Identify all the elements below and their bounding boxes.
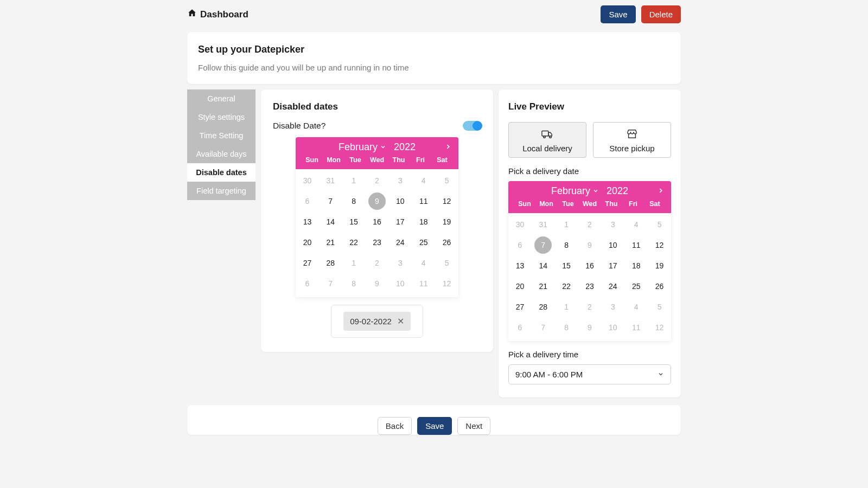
sidebar-tab-available-days[interactable]: Available days xyxy=(187,145,256,163)
preview-cal-day[interactable]: 19 xyxy=(648,255,671,276)
preview-cal-day[interactable]: 18 xyxy=(624,255,648,276)
disabled-cal-month-select[interactable]: February xyxy=(339,142,386,153)
disabled-cal-day[interactable]: 12 xyxy=(435,191,458,211)
disabled-cal-day[interactable]: 10 xyxy=(388,273,412,294)
preview-cal-day[interactable]: 10 xyxy=(601,235,624,255)
preview-cal-day[interactable]: 1 xyxy=(555,214,578,235)
disabled-cal-day[interactable]: 21 xyxy=(319,232,342,253)
sidebar-tab-field-targeting[interactable]: Field targeting xyxy=(187,182,256,200)
preview-cal-day[interactable]: 31 xyxy=(532,214,555,235)
preview-cal-day[interactable]: 5 xyxy=(648,297,671,317)
preview-cal-day[interactable]: 6 xyxy=(508,235,532,255)
disable-date-toggle[interactable] xyxy=(463,121,481,131)
preview-cal-day[interactable]: 23 xyxy=(578,276,602,297)
preview-cal-day[interactable]: 30 xyxy=(508,214,532,235)
disabled-cal-day[interactable]: 26 xyxy=(435,232,458,253)
disabled-cal-day[interactable]: 1 xyxy=(342,253,366,273)
disabled-cal-day[interactable]: 8 xyxy=(342,273,366,294)
preview-cal-day[interactable]: 8 xyxy=(555,235,578,255)
disabled-cal-day[interactable]: 28 xyxy=(319,253,342,273)
disabled-cal-day[interactable]: 19 xyxy=(435,211,458,232)
disabled-cal-day[interactable]: 9 xyxy=(366,191,389,211)
preview-cal-day[interactable]: 3 xyxy=(601,297,624,317)
disabled-cal-day[interactable]: 23 xyxy=(366,232,389,253)
disabled-cal-day[interactable]: 8 xyxy=(342,191,366,211)
disabled-cal-day[interactable]: 3 xyxy=(388,170,412,191)
delivery-tab-store-pickup[interactable]: Store pickup xyxy=(593,122,671,158)
disabled-cal-day[interactable]: 30 xyxy=(296,170,319,191)
preview-cal-next-month[interactable] xyxy=(657,185,665,197)
preview-cal-day[interactable]: 3 xyxy=(601,214,624,235)
disabled-cal-day[interactable]: 17 xyxy=(388,211,412,232)
preview-cal-day[interactable]: 9 xyxy=(578,235,602,255)
preview-cal-day[interactable]: 21 xyxy=(532,276,555,297)
preview-cal-day[interactable]: 8 xyxy=(555,317,578,338)
sidebar-tab-general[interactable]: General xyxy=(187,89,256,108)
disabled-cal-day[interactable]: 5 xyxy=(435,253,458,273)
disabled-cal-day[interactable]: 18 xyxy=(412,211,435,232)
preview-cal-day[interactable]: 16 xyxy=(578,255,602,276)
disabled-cal-day[interactable]: 9 xyxy=(366,273,389,294)
disabled-cal-day[interactable]: 5 xyxy=(435,170,458,191)
sidebar-tab-style-settings[interactable]: Style settings xyxy=(187,108,256,126)
disabled-cal-day[interactable]: 12 xyxy=(435,273,458,294)
preview-cal-day[interactable]: 11 xyxy=(624,317,648,338)
footer-save-button[interactable]: Save xyxy=(417,417,452,435)
disabled-cal-day[interactable]: 6 xyxy=(296,191,319,211)
preview-cal-day[interactable]: 9 xyxy=(578,317,602,338)
disabled-cal-next-month[interactable] xyxy=(444,142,452,153)
preview-cal-day[interactable]: 15 xyxy=(555,255,578,276)
disabled-cal-day[interactable]: 11 xyxy=(412,191,435,211)
chip-remove-icon[interactable]: ✕ xyxy=(397,316,404,326)
next-button[interactable]: Next xyxy=(457,417,490,435)
disabled-cal-day[interactable]: 11 xyxy=(412,273,435,294)
preview-cal-day[interactable]: 6 xyxy=(508,317,532,338)
delivery-time-select[interactable]: 9:00 AM - 6:00 PM xyxy=(508,364,671,384)
preview-cal-day[interactable]: 20 xyxy=(508,276,532,297)
delivery-tab-local-delivery[interactable]: Local delivery xyxy=(508,122,586,158)
preview-cal-day[interactable]: 22 xyxy=(555,276,578,297)
disabled-cal-day[interactable]: 16 xyxy=(366,211,389,232)
disabled-cal-day[interactable]: 4 xyxy=(412,253,435,273)
preview-cal-day[interactable]: 5 xyxy=(648,214,671,235)
preview-cal-day[interactable]: 4 xyxy=(624,297,648,317)
preview-cal-day[interactable]: 1 xyxy=(555,297,578,317)
disabled-cal-day[interactable]: 27 xyxy=(296,253,319,273)
disabled-cal-day[interactable]: 31 xyxy=(319,170,342,191)
preview-cal-day[interactable]: 12 xyxy=(648,317,671,338)
disabled-cal-day[interactable]: 7 xyxy=(319,273,342,294)
disabled-cal-day[interactable]: 10 xyxy=(388,191,412,211)
preview-cal-day[interactable]: 10 xyxy=(601,317,624,338)
sidebar-tab-disable-dates[interactable]: Disable dates xyxy=(187,163,256,182)
preview-cal-day[interactable]: 7 xyxy=(532,317,555,338)
preview-cal-day[interactable]: 7 xyxy=(532,235,555,255)
disabled-cal-day[interactable]: 14 xyxy=(319,211,342,232)
sidebar-tab-time-setting[interactable]: Time Setting xyxy=(187,126,256,145)
preview-cal-day[interactable]: 2 xyxy=(578,297,602,317)
preview-cal-day[interactable]: 27 xyxy=(508,297,532,317)
preview-cal-day[interactable]: 2 xyxy=(578,214,602,235)
preview-cal-day[interactable]: 13 xyxy=(508,255,532,276)
delete-button[interactable]: Delete xyxy=(641,5,681,23)
disabled-cal-day[interactable]: 7 xyxy=(319,191,342,211)
preview-cal-day[interactable]: 11 xyxy=(624,235,648,255)
save-button[interactable]: Save xyxy=(601,5,635,23)
disabled-cal-day[interactable]: 15 xyxy=(342,211,366,232)
preview-cal-day[interactable]: 12 xyxy=(648,235,671,255)
disabled-cal-day[interactable]: 4 xyxy=(412,170,435,191)
disabled-cal-day[interactable]: 2 xyxy=(366,253,389,273)
disabled-cal-day[interactable]: 13 xyxy=(296,211,319,232)
preview-cal-day[interactable]: 25 xyxy=(624,276,648,297)
preview-cal-day[interactable]: 17 xyxy=(601,255,624,276)
disabled-cal-day[interactable]: 24 xyxy=(388,232,412,253)
disabled-cal-day[interactable]: 3 xyxy=(388,253,412,273)
preview-cal-day[interactable]: 26 xyxy=(648,276,671,297)
disabled-cal-day[interactable]: 22 xyxy=(342,232,366,253)
disabled-cal-day[interactable]: 20 xyxy=(296,232,319,253)
brand[interactable]: Dashboard xyxy=(187,8,248,21)
preview-cal-day[interactable]: 14 xyxy=(532,255,555,276)
preview-cal-day[interactable]: 24 xyxy=(601,276,624,297)
disabled-cal-day[interactable]: 25 xyxy=(412,232,435,253)
preview-cal-day[interactable]: 28 xyxy=(532,297,555,317)
preview-cal-month-select[interactable]: February xyxy=(551,185,599,197)
